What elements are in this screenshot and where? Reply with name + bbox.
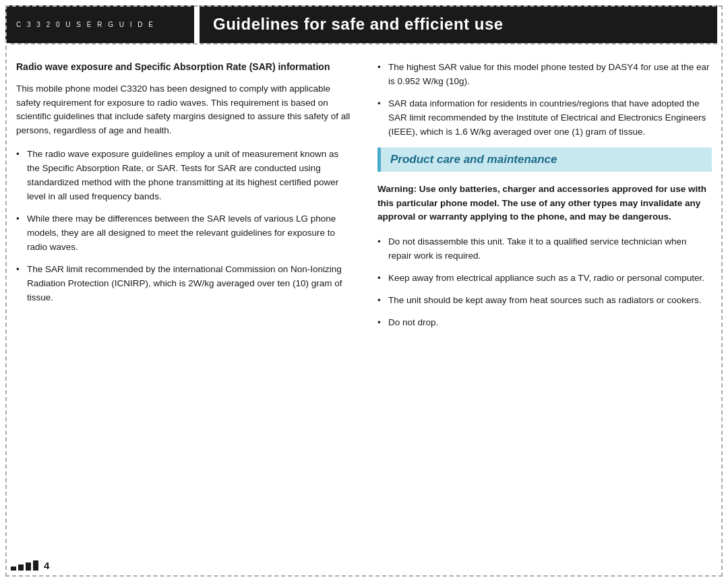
product-care-title-box: Product care and maintenance	[377, 148, 712, 172]
product-care-title: Product care and maintenance	[390, 153, 557, 166]
header-divider	[11, 43, 717, 44]
guide-label: C 3 3 2 0 U S E R G U I D E	[5, 5, 194, 43]
right-bullets-top: The highest SAR value for this model pho…	[377, 61, 712, 139]
footer-bars	[11, 560, 38, 571]
bar-3	[26, 562, 31, 571]
bar-1	[11, 567, 16, 571]
list-item: The unit should be kept away from heat s…	[377, 294, 712, 308]
page-footer: 4	[11, 560, 717, 571]
list-item: The highest SAR value for this model pho…	[377, 61, 712, 89]
guide-label-text: C 3 3 2 0 U S E R G U I D E	[16, 21, 155, 28]
list-item: Do not drop.	[377, 316, 712, 330]
list-item: The radio wave exposure guidelines emplo…	[16, 148, 351, 204]
warning-text: Warning: Use only batteries, charger and…	[377, 183, 712, 225]
page-title-bar: Guidelines for safe and efficient use	[200, 5, 717, 43]
list-item: While there may be differences between t…	[16, 212, 351, 255]
left-bullets: The radio wave exposure guidelines emplo…	[16, 148, 351, 304]
page-header: C 3 3 2 0 U S E R G U I D E Guidelines f…	[5, 5, 723, 44]
right-bullets-bottom: Do not disassemble this unit. Take it to…	[377, 235, 712, 330]
right-column: The highest SAR value for this model pho…	[377, 61, 712, 338]
list-item: SAR data information for residents in co…	[377, 97, 712, 139]
list-item: The SAR limit recommended by the interna…	[16, 263, 351, 305]
page-title: Guidelines for safe and efficient use	[213, 15, 704, 34]
sar-intro: This mobile phone model C3320 has been d…	[16, 82, 351, 139]
sar-heading: Radio wave exposure and Specific Absorpt…	[16, 61, 351, 74]
bar-4	[33, 560, 38, 571]
main-content: Radio wave exposure and Specific Absorpt…	[16, 61, 712, 338]
left-column: Radio wave exposure and Specific Absorpt…	[16, 61, 351, 338]
list-item: Keep away from electrical appliance such…	[377, 271, 712, 286]
page-number: 4	[44, 560, 49, 571]
bar-2	[18, 564, 24, 571]
list-item: Do not disassemble this unit. Take it to…	[377, 235, 712, 263]
